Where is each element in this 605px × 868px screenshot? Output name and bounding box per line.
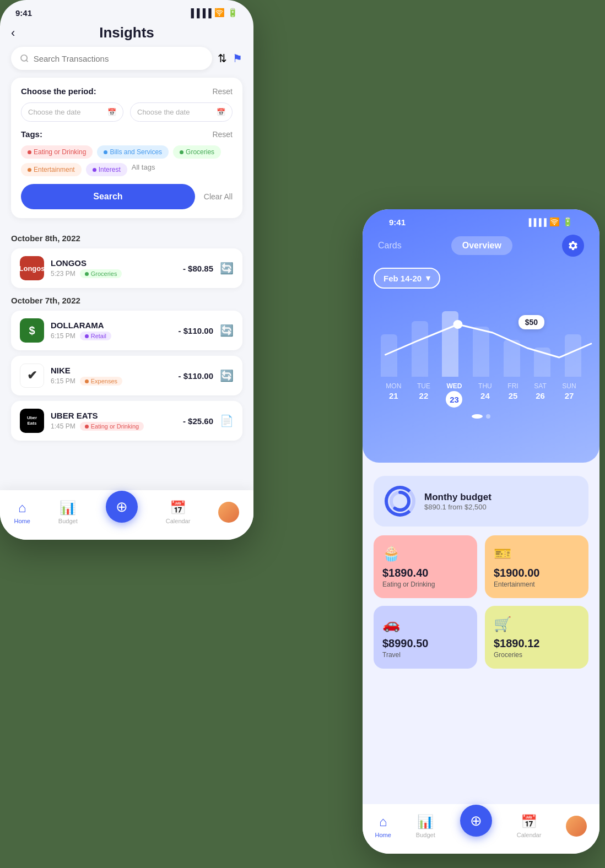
right-top-section: 9:41 ▐▐▐▐ 🛜 🔋 Cards Overview Feb 14-20 ▾ [363,209,599,463]
period-label: Choose the period: [21,86,96,96]
day-fri: FRI 25 [507,382,518,408]
date-start-label: Choose the date [28,108,80,116]
tag-chip-eating[interactable]: Eating or Drinking [21,145,93,159]
indicator-dots [374,414,588,419]
date-header-oct8: October 8th, 2022 [11,234,242,243]
transaction-nike[interactable]: ✔ NIKE 6:15 PM Expenses - $110.00 🔄 [11,356,242,395]
right-phone: 9:41 ▐▐▐▐ 🛜 🔋 Cards Overview Feb 14-20 ▾ [363,209,599,854]
nike-amount: - $110.00 [179,371,213,381]
right-nav-budget[interactable]: 📊 Budget [416,814,435,838]
right-nav-home-label: Home [375,832,391,838]
day-num-fri: 25 [509,391,518,400]
longos-meta: 5:23 PM Groceries [51,269,176,278]
uber-logo: UberEats [20,409,44,433]
longos-info: LONGOS 5:23 PM Groceries [51,258,176,278]
nav-budget[interactable]: 📊 Budget [58,500,78,524]
day-num-tue: 22 [419,391,429,400]
tag-chip-interest[interactable]: Interest [86,163,127,176]
transaction-uber-eats[interactable]: UberEats UBER EATS 1:45 PM Eating or Dri… [11,401,242,441]
day-wed[interactable]: WED 23 [446,382,462,408]
nike-meta: 6:15 PM Expenses [51,377,172,386]
groceries-label: Groceries [494,651,580,659]
sort-icon[interactable]: ⇅ [218,52,227,65]
travel-label: Travel [382,651,468,659]
wifi-icon-right: 🛜 [549,217,560,227]
date-range-label: Feb 14-20 [383,274,422,283]
bottom-nav-right: ⌂ Home 📊 Budget ⊕ 📅 Calendar [363,804,599,854]
status-icons-left: ▐▐▐▐ 🛜 🔋 [188,8,238,18]
right-center-icon: ⊕ [470,812,482,829]
budget-donut-chart [388,489,412,513]
nike-tag: Expenses [80,377,122,386]
dollarama-logo: $ [20,318,44,343]
tag-chip-groceries[interactable]: Groceries [173,145,221,159]
tag-dot-groceries [180,150,183,154]
back-button[interactable]: ‹ [11,26,15,40]
chevron-down-icon: ▾ [426,273,430,283]
tag-label-groceries: Groceries [186,148,214,156]
gear-icon [568,240,579,251]
date-range-pill[interactable]: Feb 14-20 ▾ [374,268,440,289]
day-mon: MON 21 [386,382,401,408]
tab-cards[interactable]: Cards [378,241,402,251]
transactions-list: October 8th, 2022 Longos LONGOS 5:23 PM … [0,226,253,446]
dot-2 [486,414,490,419]
day-name-fri: FRI [507,382,518,390]
tag-chip-entertainment[interactable]: Entertainment [21,163,82,176]
tab-overview[interactable]: Overview [451,236,512,255]
right-home-icon: ⌂ [379,814,387,829]
right-nav-profile[interactable] [566,816,587,837]
date-picker-end[interactable]: Choose the date 📅 [130,102,233,122]
dollarama-time: 6:15 PM [51,332,75,340]
day-name-thu: THU [478,382,492,390]
search-input-wrap [11,47,212,70]
transaction-dollarama[interactable]: $ DOLLARAMA 6:15 PM Retail - $110.00 🔄 [11,311,242,350]
nike-logo: ✔ [20,364,44,388]
transaction-longos[interactable]: Longos LONGOS 5:23 PM Groceries - $80.85… [11,248,242,288]
day-thu: THU 24 [478,382,492,408]
eating-icon: 🧁 [382,545,468,562]
home-icon: ⌂ [18,500,26,516]
filter-icon[interactable]: ⚑ [233,52,242,65]
nav-budget-label: Budget [58,518,78,524]
uber-action-icon[interactable]: 📄 [220,414,234,427]
day-labels: MON 21 TUE 22 WED 23 THU 24 FRI 25 SAT 2… [374,377,588,408]
settings-button[interactable] [562,235,584,257]
battery-icon-right: 🔋 [563,217,573,227]
uber-name: UBER EATS [51,411,176,420]
right-header-row: Cards Overview [374,227,588,268]
nav-home[interactable]: ⌂ Home [14,500,30,524]
search-button[interactable]: Search [21,184,195,209]
dollarama-action-icon[interactable]: 🔄 [220,324,234,337]
search-input[interactable] [34,54,203,63]
date-picker-start[interactable]: Choose the date 📅 [21,102,123,122]
spend-card-eating[interactable]: 🧁 $1890.40 Eating or Drinking [374,535,477,598]
right-nav-calendar[interactable]: 📅 Calendar [517,814,542,838]
clear-all-button[interactable]: Clear All [204,192,233,201]
avatar [218,502,239,523]
budget-info: Monthy budget $890.1 from $2,500 [424,492,491,511]
right-nav-home[interactable]: ⌂ Home [375,814,391,838]
spend-card-entertainment[interactable]: 🎫 $1900.00 Entertainment [485,535,588,598]
nav-calendar[interactable]: 📅 Calendar [166,500,191,524]
tags-label: Tags: [21,129,42,139]
wifi-icon: 🛜 [214,8,225,18]
period-row: Choose the period: Reset [21,86,233,96]
longos-action-icon[interactable]: 🔄 [220,262,234,275]
nike-action-icon[interactable]: 🔄 [220,369,234,382]
right-center-nav-button[interactable]: ⊕ [460,805,492,837]
day-name-sun: SUN [562,382,576,390]
status-bar-left: 9:41 ▐▐▐▐ 🛜 🔋 [0,0,253,18]
day-num-sun: 27 [565,391,574,400]
period-reset-button[interactable]: Reset [212,87,233,96]
spend-card-groceries[interactable]: 🛒 $1890.12 Groceries [485,606,588,669]
right-bottom-section: Monthy budget $890.1 from $2,500 🧁 $1890… [363,463,599,682]
tags-reset-button[interactable]: Reset [212,130,233,139]
right-calendar-icon: 📅 [521,814,537,829]
tag-chip-bills[interactable]: Bills and Services [97,145,169,159]
spend-card-travel[interactable]: 🚗 $8990.50 Travel [374,606,477,669]
dollarama-amount: - $110.00 [179,326,213,335]
center-nav-button[interactable]: ⊕ [106,491,138,523]
nav-profile[interactable] [218,502,239,523]
all-tags-link[interactable]: All tags [132,163,155,176]
